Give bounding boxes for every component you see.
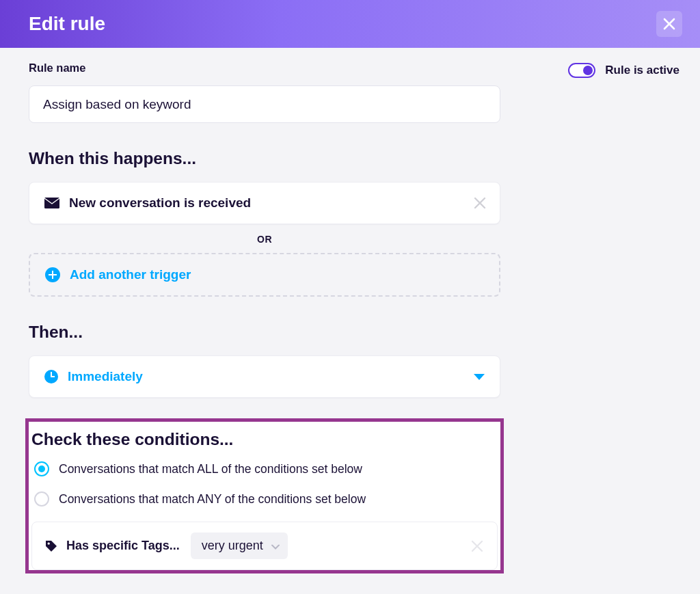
svg-rect-0 xyxy=(44,198,59,208)
trigger-label: New conversation is received xyxy=(69,195,251,211)
close-icon xyxy=(663,18,675,30)
inbox-icon xyxy=(44,198,59,208)
close-icon xyxy=(474,197,486,209)
remove-trigger-button[interactable] xyxy=(474,197,486,209)
radio-indicator-checked xyxy=(34,461,49,476)
close-button[interactable] xyxy=(656,11,682,37)
conditions-section-title: Check these conditions... xyxy=(31,430,498,449)
modal-title: Edit rule xyxy=(29,13,105,35)
chevron-down-icon xyxy=(474,374,485,380)
timing-select[interactable]: Immediately xyxy=(29,355,500,398)
rule-active-label: Rule is active xyxy=(605,64,679,77)
condition-value-label: very urgent xyxy=(202,539,263,552)
tag-icon xyxy=(44,539,58,553)
conditions-match-all-label: Conversations that match ALL of the cond… xyxy=(59,462,362,476)
clock-icon xyxy=(44,370,58,383)
plus-circle-icon xyxy=(45,267,60,282)
conditions-match-any-radio[interactable]: Conversations that match ANY of the cond… xyxy=(31,491,498,507)
conditions-highlight: Check these conditions... Conversations … xyxy=(25,418,504,573)
trigger-or-separator: OR xyxy=(29,234,500,245)
close-icon xyxy=(471,540,483,552)
timing-section-title: Then... xyxy=(29,323,500,342)
add-trigger-button[interactable]: Add another trigger xyxy=(29,253,500,297)
conditions-match-all-radio[interactable]: Conversations that match ALL of the cond… xyxy=(31,461,498,476)
rule-active-toggle[interactable] xyxy=(568,63,595,78)
rule-name-label: Rule name xyxy=(29,62,500,75)
rule-name-input[interactable] xyxy=(29,85,500,123)
condition-type-label: Has specific Tags... xyxy=(66,539,180,553)
conditions-match-any-label: Conversations that match ANY of the cond… xyxy=(59,492,366,507)
modal-header: Edit rule xyxy=(0,0,700,48)
remove-condition-button[interactable] xyxy=(471,540,483,552)
chevron-down-icon xyxy=(271,539,280,553)
radio-indicator-unchecked xyxy=(34,491,49,507)
add-trigger-label: Add another trigger xyxy=(70,267,191,282)
trigger-card[interactable]: New conversation is received xyxy=(29,182,500,224)
timing-selected-label: Immediately xyxy=(68,369,143,384)
toggle-knob xyxy=(583,66,593,75)
condition-row: Has specific Tags... very urgent xyxy=(31,522,498,570)
svg-point-1 xyxy=(48,542,50,544)
condition-value-select[interactable]: very urgent xyxy=(191,532,288,559)
triggers-section-title: When this happens... xyxy=(29,149,500,168)
